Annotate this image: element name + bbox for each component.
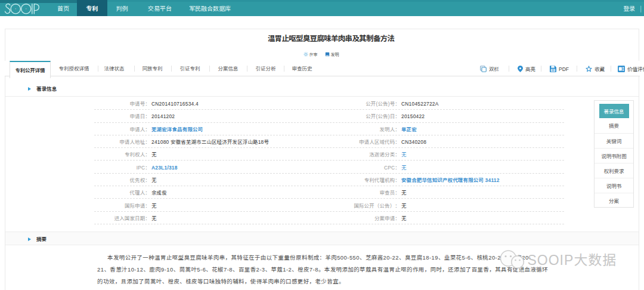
svg-text:SOOIP大数据: SOOIP大数据 [528,249,617,269]
